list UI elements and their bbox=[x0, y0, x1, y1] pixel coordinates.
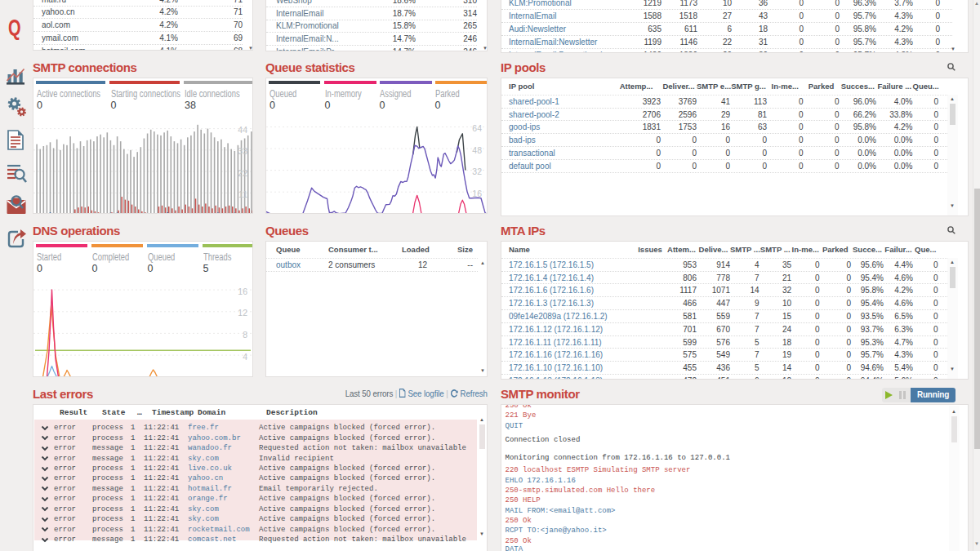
svg-text:4: 4 bbox=[243, 352, 247, 362]
svg-text:32: 32 bbox=[472, 167, 482, 176]
svg-text:48: 48 bbox=[472, 145, 482, 155]
svg-text:16: 16 bbox=[472, 189, 482, 198]
svg-text:33: 33 bbox=[238, 146, 247, 156]
svg-text:64: 64 bbox=[472, 123, 482, 133]
svg-text:16: 16 bbox=[238, 287, 247, 296]
svg-text:44: 44 bbox=[238, 125, 247, 135]
svg-text:22: 22 bbox=[238, 168, 247, 178]
svg-text:11: 11 bbox=[238, 189, 247, 199]
svg-text:8: 8 bbox=[243, 330, 247, 340]
svg-text:12: 12 bbox=[238, 308, 247, 318]
